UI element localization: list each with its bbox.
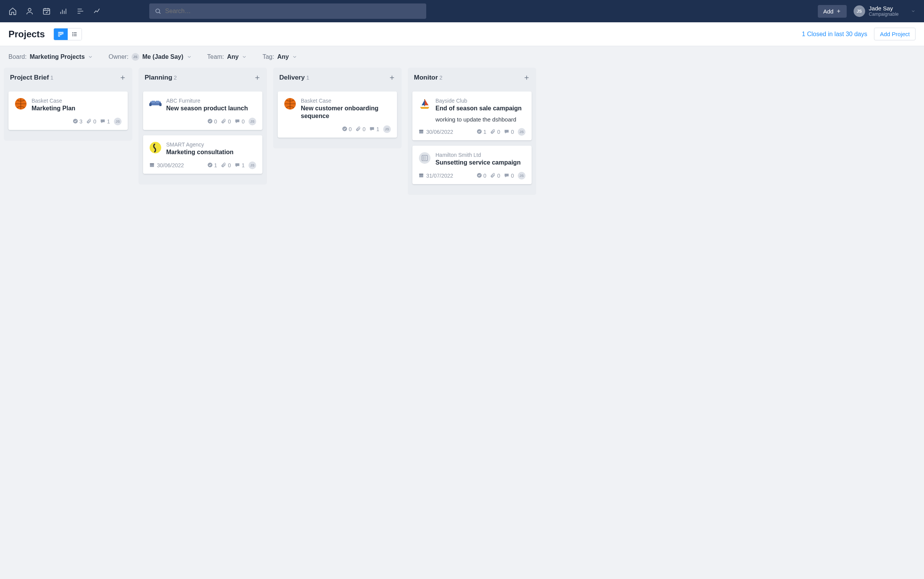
filter-tag[interactable]: Tag: Any (262, 53, 297, 61)
search-input[interactable] (149, 3, 426, 19)
comments-count: 1 (242, 162, 245, 168)
tasks-stat: 0 (207, 118, 217, 125)
user-menu[interactable]: JS Jade Say Campaignable (854, 5, 916, 17)
card-meta: 31/07/2022 0 0 0 JS (419, 172, 525, 180)
attach-stat: 0 (86, 118, 96, 125)
client-avatar (149, 98, 162, 110)
comments-count: 1 (107, 118, 110, 125)
card-title: Marketing Plan (32, 105, 122, 112)
tasks-count: 0 (349, 126, 352, 132)
attach-stat: 0 (490, 129, 500, 135)
assignee-avatar: JS (518, 128, 525, 136)
card-date-value: 30/06/2022 (157, 162, 184, 168)
attach-count: 0 (497, 173, 500, 179)
column-count: 2 (439, 75, 442, 81)
user-name: Jade Say (869, 5, 899, 12)
add-project-button[interactable]: Add Project (874, 28, 916, 40)
svg-rect-12 (149, 103, 152, 106)
comments-stat: 1 (100, 118, 110, 125)
card-meta: 0 0 0 JS (149, 118, 256, 125)
client-avatar (15, 98, 27, 110)
chevron-down-icon (292, 54, 297, 60)
attach-count: 0 (362, 126, 365, 132)
column-title: Project Brief (10, 74, 49, 81)
card-meta: 3 0 1 JS (15, 118, 122, 125)
filter-board[interactable]: Board: Marketing Projects (8, 53, 93, 61)
column-count: 1 (306, 75, 309, 81)
column-title: Monitor (414, 74, 438, 81)
check-icon (73, 118, 78, 125)
card-date-value: 31/07/2022 (426, 173, 453, 179)
column-add-icon[interactable] (523, 74, 530, 81)
person-icon[interactable] (25, 7, 34, 15)
filter-owner[interactable]: Owner: JS Me (Jade Say) (108, 53, 192, 61)
column-title: Delivery (279, 74, 305, 81)
client-name: Hamilton Smith Ltd (435, 152, 525, 158)
svg-rect-29 (419, 173, 424, 175)
svg-point-0 (28, 8, 31, 11)
svg-point-8 (72, 35, 73, 36)
filter-tag-label: Tag: (262, 53, 274, 60)
client-name: Basket Case (301, 98, 391, 104)
check-icon (477, 173, 482, 179)
project-card[interactable]: Basket Case New customer onboarding sequ… (278, 92, 397, 138)
check-icon (207, 162, 213, 169)
column: Delivery1 Basket Case New customer onboa… (273, 68, 402, 148)
project-card[interactable]: ABC Furniture New season product launch … (143, 92, 262, 130)
card-stats: 0 0 0 JS (207, 118, 256, 125)
card-stats: 3 0 1 JS (73, 118, 122, 125)
client-avatar (419, 98, 431, 110)
card-stats: 0 0 1 JS (342, 125, 391, 133)
project-card[interactable]: Bayside Club End of season sale campaign… (412, 92, 532, 140)
tasks-stat: 1 (477, 129, 487, 135)
column-add-icon[interactable] (389, 74, 395, 81)
chevron-down-icon (88, 54, 93, 60)
column-count: 1 (50, 75, 53, 81)
comment-icon (235, 118, 240, 125)
card-top: Basket Case New customer onboarding sequ… (284, 98, 391, 120)
user-org: Campaignable (869, 12, 899, 17)
attach-count: 0 (497, 129, 500, 135)
board-nav-icon[interactable] (76, 7, 85, 15)
column: Project Brief1 Basket Case Marketing Pla… (4, 68, 132, 141)
column-add-icon[interactable] (119, 74, 126, 81)
check-icon (207, 118, 213, 125)
add-button[interactable]: Add (818, 5, 847, 18)
column-header: Monitor2 (412, 73, 532, 82)
tasks-stat: 0 (477, 173, 487, 179)
board-view-button[interactable] (54, 28, 68, 40)
attach-icon (221, 162, 226, 169)
card-stats: 0 0 0 JS (477, 172, 525, 180)
column-add-icon[interactable] (254, 74, 261, 81)
client-avatar (419, 152, 431, 164)
card-top: Basket Case Marketing Plan (15, 98, 122, 112)
view-toggle (53, 28, 82, 40)
filter-team[interactable]: Team: Any (207, 53, 247, 61)
sub-right: 1 Closed in last 30 days Add Project (802, 28, 916, 40)
date-icon (149, 162, 155, 169)
trend-icon[interactable] (93, 7, 102, 15)
project-card[interactable]: SMART Agency Marketing consultation 30/0… (143, 135, 262, 174)
calendar-icon[interactable] (42, 7, 51, 15)
bars-icon[interactable] (59, 7, 68, 15)
column-title: Planning (145, 74, 172, 81)
project-card[interactable]: Hamilton Smith Ltd Sunsetting service ca… (412, 146, 532, 184)
client-avatar (284, 98, 296, 110)
user-avatar: JS (854, 5, 865, 17)
home-icon[interactable] (8, 7, 17, 15)
list-view-button[interactable] (68, 28, 82, 40)
comment-icon (369, 126, 375, 133)
tasks-stat: 1 (207, 162, 217, 169)
comments-stat: 0 (504, 129, 514, 135)
search-field[interactable] (165, 8, 421, 15)
client-name: SMART Agency (166, 141, 256, 148)
project-card[interactable]: Basket Case Marketing Plan 3 0 1 JS (8, 92, 128, 130)
closed-link[interactable]: 1 Closed in last 30 days (802, 31, 867, 38)
attach-count: 0 (228, 118, 231, 125)
svg-rect-24 (419, 130, 424, 131)
date-icon (419, 173, 424, 179)
attach-stat: 0 (355, 126, 365, 133)
plus-icon (836, 8, 841, 14)
assignee-avatar: JS (383, 125, 391, 133)
attach-count: 0 (93, 118, 96, 125)
